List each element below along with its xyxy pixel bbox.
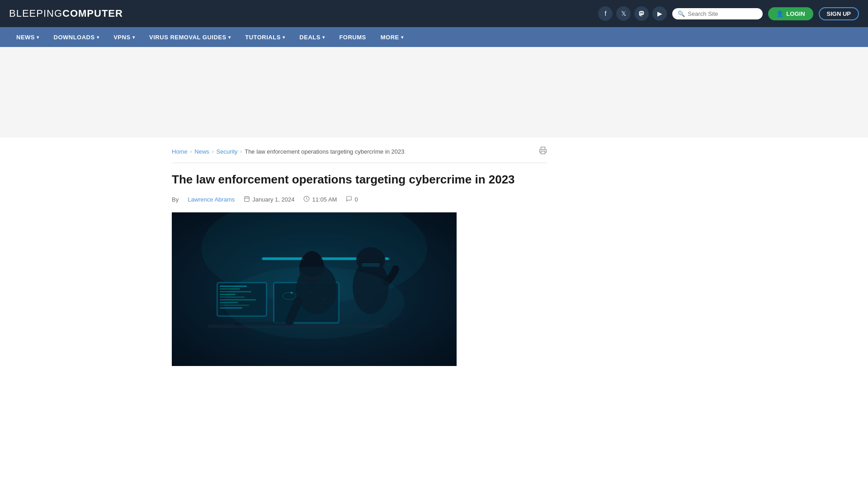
- login-user-icon: 👤: [776, 10, 783, 17]
- header-right: f 𝕏 ▶ 🔍 👤 LOGIN SIGN UP: [598, 6, 859, 21]
- sidebar-column: [561, 146, 696, 366]
- nav-downloads-arrow: ▾: [97, 35, 99, 40]
- nav-deals-label: DEALS: [299, 34, 321, 41]
- breadcrumb-security[interactable]: Security: [217, 148, 238, 155]
- nav-tutorials-label: TUTORIALS: [245, 34, 281, 41]
- logo-bold-text: COMPUTER: [62, 8, 123, 19]
- article-hero-image: [172, 212, 457, 366]
- breadcrumb-news[interactable]: News: [194, 148, 209, 155]
- login-label: LOGIN: [786, 10, 805, 17]
- article-comments-wrapper: 0: [346, 196, 358, 203]
- search-box: 🔍: [672, 8, 763, 19]
- twitter-icon[interactable]: 𝕏: [616, 6, 631, 21]
- article-column: Home › News › Security › The law enforce…: [172, 146, 547, 366]
- site-logo[interactable]: BLEEPINGCOMPUTER: [9, 8, 123, 19]
- nav-tutorials-arrow: ▾: [283, 35, 285, 40]
- article-date-wrapper: January 1, 2024: [244, 196, 294, 203]
- nav-item-more[interactable]: MORE ▾: [373, 27, 411, 47]
- advertisement-banner: [0, 47, 868, 137]
- main-nav: NEWS ▾ DOWNLOADS ▾ VPNS ▾ VIRUS REMOVAL …: [0, 27, 868, 47]
- article-meta: By Lawrence Abrams January 1, 2024 11:05…: [172, 196, 547, 203]
- youtube-icon[interactable]: ▶: [652, 6, 667, 21]
- nav-downloads-label: DOWNLOADS: [54, 34, 95, 41]
- nav-item-news[interactable]: NEWS ▾: [9, 27, 47, 47]
- logo-light-text: BLEEPING: [9, 8, 62, 19]
- site-header: BLEEPINGCOMPUTER f 𝕏 ▶ 🔍 👤 LOGIN SIGN UP: [0, 0, 868, 27]
- calendar-icon: [244, 196, 250, 203]
- clock-icon: [303, 196, 310, 203]
- nav-vpns-label: VPNS: [113, 34, 130, 41]
- breadcrumb-home[interactable]: Home: [172, 148, 188, 155]
- svg-rect-0: [541, 151, 545, 154]
- article-date: January 1, 2024: [252, 196, 294, 203]
- article-by-label: By: [172, 196, 179, 203]
- breadcrumb: Home › News › Security › The law enforce…: [172, 146, 547, 163]
- comments-icon: [346, 196, 352, 203]
- nav-forums-label: FORUMS: [339, 34, 366, 41]
- print-icon[interactable]: [539, 146, 547, 156]
- nav-news-arrow: ▾: [37, 35, 39, 40]
- signup-button[interactable]: SIGN UP: [819, 7, 859, 20]
- article-author[interactable]: Lawrence Abrams: [188, 196, 235, 203]
- nav-more-arrow: ▾: [401, 35, 404, 40]
- breadcrumb-sep-3: ›: [241, 149, 242, 154]
- content-wrapper: Home › News › Security › The law enforce…: [163, 137, 705, 366]
- article-title: The law enforcement operations targeting…: [172, 172, 547, 188]
- article-time-wrapper: 11:05 AM: [303, 196, 337, 203]
- nav-item-forums[interactable]: FORUMS: [332, 27, 373, 47]
- article-image-svg: [172, 212, 457, 366]
- main-layout: Home › News › Security › The law enforce…: [172, 146, 696, 366]
- svg-point-37: [224, 267, 405, 339]
- nav-deals-arrow: ▾: [322, 35, 325, 40]
- nav-vpns-arrow: ▾: [132, 35, 135, 40]
- article-comments-count: 0: [354, 196, 358, 203]
- svg-rect-1: [245, 197, 250, 202]
- breadcrumb-current: The law enforcement operations targeting…: [245, 148, 404, 155]
- breadcrumb-sep-2: ›: [212, 149, 214, 154]
- breadcrumb-sep-1: ›: [190, 149, 192, 154]
- nav-item-tutorials[interactable]: TUTORIALS ▾: [238, 27, 292, 47]
- nav-item-virus[interactable]: VIRUS REMOVAL GUIDES ▾: [142, 27, 238, 47]
- article-image-wrapper: [172, 212, 457, 366]
- nav-news-label: NEWS: [16, 34, 35, 41]
- nav-item-vpns[interactable]: VPNS ▾: [106, 27, 142, 47]
- article-time: 11:05 AM: [312, 196, 337, 203]
- nav-item-deals[interactable]: DEALS ▾: [292, 27, 332, 47]
- social-icons-group: f 𝕏 ▶: [598, 6, 667, 21]
- signup-label: SIGN UP: [827, 10, 851, 17]
- search-input[interactable]: [688, 10, 757, 17]
- nav-more-label: MORE: [381, 34, 399, 41]
- nav-virus-label: VIRUS REMOVAL GUIDES: [149, 34, 226, 41]
- facebook-icon[interactable]: f: [598, 6, 613, 21]
- nav-virus-arrow: ▾: [228, 35, 231, 40]
- login-button[interactable]: 👤 LOGIN: [768, 7, 813, 20]
- search-icon: 🔍: [678, 10, 685, 17]
- mastodon-icon[interactable]: [634, 6, 649, 21]
- nav-item-downloads[interactable]: DOWNLOADS ▾: [47, 27, 107, 47]
